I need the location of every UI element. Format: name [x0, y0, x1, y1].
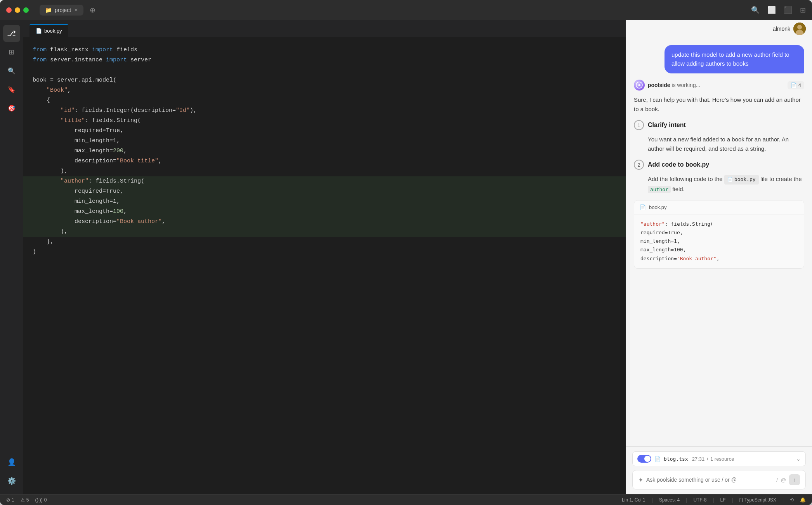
toggle-switch[interactable] [637, 455, 651, 463]
code-line-highlighted: required=True, [23, 186, 626, 197]
target-icon: 🎯 [8, 104, 16, 112]
file-bar-filename: blog.tsx [664, 456, 688, 462]
search-icon[interactable]: 🔍 [751, 6, 760, 14]
app-window: 📁 project ✕ ⊕ 🔍 ⬜ ⬛ ⊞ ⎇ ⊞ 🔍 [0, 0, 812, 505]
toggle-knob [644, 456, 651, 462]
code-line: ) [23, 247, 626, 257]
line-ending[interactable]: LF [720, 497, 726, 503]
traffic-lights [6, 7, 29, 13]
code-line: ), [23, 166, 626, 176]
file-bar-time: 27:31 + 1 resource [692, 456, 734, 462]
warning-number: 5 [26, 497, 29, 503]
ai-messages: update this model to add a new author fi… [626, 37, 812, 446]
step-1-desc: You want a new field added to a book for… [634, 135, 804, 153]
code-box: 📄 book.py "author": fields.String( requi… [634, 200, 804, 268]
sidebar-toggle-icon[interactable]: ⬜ [767, 6, 776, 14]
info-count[interactable]: ((·)) 0 [35, 497, 47, 503]
editor-panel: 📄 book.py from flask_restx import fields… [23, 20, 626, 494]
user-message-text: update this model to add a new author fi… [671, 51, 789, 67]
code-line [23, 65, 626, 75]
warning-count[interactable]: ⚠ 5 [21, 497, 29, 503]
sidebar-item-extensions[interactable]: ⊞ [3, 44, 20, 61]
tab-label: project [55, 7, 71, 13]
code-line: "id": fields.Integer(description="Id"), [23, 106, 626, 116]
sidebar-item-settings[interactable]: ⚙️ [3, 472, 20, 489]
ai-file-bar[interactable]: 📄 blog.tsx 27:31 + 1 resource ⌄ [632, 451, 806, 466]
doc-icon: 📄 [791, 82, 797, 88]
snippet-line: max_length=100, [640, 246, 798, 254]
minimize-button[interactable] [15, 7, 20, 13]
code-line-highlighted: ), [23, 227, 626, 237]
snippet-line: description="Book author", [640, 254, 798, 263]
search-sidebar-icon: 🔍 [8, 67, 16, 75]
sidebar-item-user[interactable]: 👤 [3, 454, 20, 471]
source-control-icon: ⎇ [7, 29, 16, 38]
step-2-header: 2 Add code to book.py [634, 160, 804, 170]
error-number: 1 [12, 497, 14, 503]
username-label: almonk [773, 26, 790, 32]
code-line-highlighted: max_length=100, [23, 207, 626, 217]
tab-close-icon[interactable]: ✕ [74, 7, 78, 13]
code-line-highlighted: min_length=1, [23, 197, 626, 207]
ai-intro-text: Sure, I can help you with that. Here's h… [634, 95, 804, 114]
sync-icon[interactable]: ⟲ [790, 497, 794, 503]
user-icon: 👤 [7, 458, 16, 467]
broadcast-icon: ((·)) [35, 497, 42, 503]
file-doc-icon: 📄 [727, 176, 733, 183]
file-icon-bar: 📄 [654, 456, 661, 462]
indentation[interactable]: Spaces: 4 [659, 497, 680, 503]
status-bar-right: Lin 1, Col 1 | Spaces: 4 | UTF-8 | LF | … [622, 497, 806, 503]
bell-icon[interactable]: 🔔 [800, 497, 806, 503]
send-button[interactable]: ↑ [789, 474, 800, 485]
panel-toggle-icon[interactable]: ⬛ [784, 6, 792, 14]
sidebar-item-source-control[interactable]: ⎇ [3, 25, 20, 42]
code-file-icon: 📄 [640, 204, 646, 210]
user-message-bubble: update this model to add a new author fi… [665, 45, 804, 73]
sparkle-icon: ✦ [638, 476, 643, 484]
chevron-down-icon[interactable]: ⌄ [796, 456, 801, 462]
new-tab-button[interactable]: ⊕ [90, 6, 95, 14]
ai-panel: almonk update this model to add a new au… [626, 20, 812, 494]
code-editor[interactable]: from flask_restx import fields from serv… [23, 37, 626, 494]
code-line: book = server.api.model( [23, 75, 626, 85]
bookmark-icon: 🔖 [8, 86, 16, 93]
code-box-filename: book.py [649, 204, 667, 210]
sidebar-item-search[interactable]: 🔍 [3, 62, 20, 79]
maximize-button[interactable] [23, 7, 29, 13]
code-line-highlighted: "author": fields.String( [23, 176, 626, 186]
ai-status-left: poolside is working... [634, 80, 700, 91]
main-content: ⎇ ⊞ 🔍 🔖 🎯 👤 ⚙️ [0, 20, 812, 494]
project-tab[interactable]: 📁 project ✕ [40, 5, 83, 16]
tab-folder-icon: 📁 [45, 7, 52, 13]
ai-input-field[interactable] [646, 477, 773, 483]
poolside-logo [634, 80, 645, 91]
user-avatar [793, 23, 806, 35]
titlebar: 📁 project ✕ ⊕ 🔍 ⬜ ⬛ ⊞ [0, 0, 812, 20]
error-count[interactable]: ⊘ 1 [6, 497, 14, 503]
poolside-name: poolside [648, 82, 670, 88]
ai-status-bar: poolside is working... 📄 4 [634, 80, 804, 91]
sidebar: ⎇ ⊞ 🔍 🔖 🎯 👤 ⚙️ [0, 20, 23, 494]
code-line: required=True, [23, 126, 626, 136]
language-mode[interactable]: [ ] TypeScript JSX [739, 497, 776, 503]
layout-icon[interactable]: ⊞ [800, 6, 806, 14]
snippet-line: "author": fields.String( [640, 220, 798, 228]
sidebar-item-target[interactable]: 🎯 [3, 99, 20, 117]
ai-working-text: poolside is working... [648, 82, 700, 88]
code-box-header: 📄 book.py [634, 200, 804, 214]
ai-bottom: 📄 blog.tsx 27:31 + 1 resource ⌄ ✦ / @ ↑ [626, 446, 812, 494]
file-encoding[interactable]: UTF-8 [693, 497, 706, 503]
file-icon: 📄 [36, 28, 42, 34]
info-number: 0 [44, 497, 47, 503]
ai-header: almonk [626, 20, 812, 37]
step-2-number: 2 [634, 160, 644, 170]
step-2-desc: Add the following code to the 📄 book.py … [634, 174, 804, 194]
close-button[interactable] [6, 7, 12, 13]
code-line: max_length=200, [23, 146, 626, 156]
tab-book-py[interactable]: 📄 book.py [29, 24, 68, 37]
language-label: TypeScript JSX [744, 497, 776, 503]
sidebar-item-bookmark[interactable]: 🔖 [3, 81, 20, 98]
cursor-position[interactable]: Lin 1, Col 1 [622, 497, 645, 503]
step-1-number: 1 [634, 120, 644, 130]
slash-hint: / [776, 477, 778, 483]
